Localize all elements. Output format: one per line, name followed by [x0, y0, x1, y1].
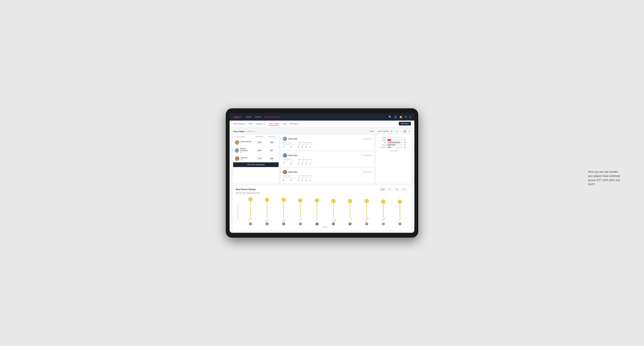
lb-col-avg: PB AVG SQ — [266, 136, 277, 138]
streaks-title: Best Round Streaks — [236, 188, 256, 191]
sub-nav-pga[interactable]: PGA — [249, 122, 253, 126]
avatar: 3 — [235, 156, 240, 161]
bar-fill — [388, 147, 391, 148]
nav-home[interactable]: Home — [246, 115, 251, 119]
tablet-frame: clippd Home Teams My Performance 🔍 👤 🔔 ⚙… — [226, 108, 418, 238]
tablet-screen: clippd Home Teams My Performance 🔍 👤 🔔 ⚙… — [230, 113, 414, 233]
player-label: D. Ford — [348, 217, 354, 223]
stat-value: 0 — [298, 146, 299, 148]
sub-nav-hcaps[interactable]: Hcaps 1-5 — [256, 122, 265, 126]
detail-view-button[interactable]: ☰ — [407, 129, 411, 133]
stat-label: Total Rounds — [283, 175, 295, 177]
bar-fill — [388, 144, 396, 146]
bar-value: 499 — [404, 142, 409, 143]
view-leaderboard-button[interactable]: View Full Leaderboard — [233, 162, 278, 167]
sub-nav-all-players[interactable]: All Players — [290, 122, 299, 126]
card-view-button[interactable]: ▣ — [403, 129, 407, 133]
player-label: R. Butler — [381, 217, 386, 223]
stat-label: Total Practice Activities — [298, 175, 313, 177]
player-card-header: R Josh Coles 26 Aug 2023 — [283, 137, 372, 141]
stat-sublabel: Tournament — [283, 161, 289, 162]
stat-sublabel: PUTT — [310, 144, 313, 145]
stat-sub: OTT 0 APP 0 ARG 0 — [298, 177, 313, 181]
list-view-button[interactable]: ≡ — [399, 129, 402, 133]
filter-putt-button[interactable]: PUTT — [401, 188, 408, 191]
stat-value: 0 — [298, 163, 299, 165]
sub-nav-team-clippd[interactable]: Team Clippd — [268, 122, 279, 126]
nav-bar: clippd Home Teams My Performance 🔍 👤 🔔 ⚙… — [230, 113, 414, 121]
player-name: Edward Crossman — [240, 148, 252, 152]
pb-avg: 107 — [266, 150, 277, 152]
team-controls: Show Last 3 months ⊞ ≡ ▣ ☰ — [370, 129, 411, 133]
sub-nav-pgat[interactable]: PGAT Players — [233, 122, 245, 126]
table-row[interactable]: 1 Richard Butler ❤ 1 19/20 110 — [233, 139, 278, 146]
stat-group: Total Rounds Tournament 7 Practice 2 — [283, 142, 295, 148]
stat-sublabel: OTT — [298, 161, 300, 162]
streak-line — [300, 202, 300, 218]
lb-player: 2 Edward Crossman ❤ 2 — [235, 148, 252, 153]
bar-row: Birdies 96 — [378, 139, 409, 141]
stat-label: Total Rounds — [283, 142, 295, 144]
stat-value: 7 — [283, 163, 284, 165]
table-row[interactable]: 2 Edward Crossman ❤ 2 18/20 107 — [233, 146, 278, 155]
stat-value: 4 — [291, 179, 292, 181]
bar-track — [388, 147, 403, 148]
stat-sublabel: Practice — [291, 177, 295, 178]
search-icon[interactable]: 🔍 — [388, 116, 392, 118]
lb-player: 1 Richard Butler ❤ 1 — [235, 140, 252, 145]
stat-value: 0 — [310, 179, 310, 181]
stat-value: 0 — [306, 179, 306, 181]
filter-app-button[interactable]: APP — [386, 188, 393, 191]
streak-bubble: 7x — [248, 197, 252, 201]
main-content: Team Clippd 14 Players ✏ Show Last 3 mon… — [230, 127, 414, 233]
nav-teams[interactable]: Teams — [255, 115, 261, 119]
y-axis-label: Best Streak, Fairway Accuracy — [237, 199, 238, 222]
rank-badge: 2 — [237, 151, 239, 153]
player-avatar-small — [315, 222, 318, 225]
player-streak: 4x — [364, 197, 369, 218]
streak-line — [267, 202, 267, 218]
streaks-subtitle: Off The Tee, Fairway Accuracy — [236, 192, 408, 194]
nav-my-performance[interactable]: My Performance — [264, 115, 280, 119]
x-label: 200 — [396, 149, 399, 150]
sub-nav-tour[interactable]: Tour — [282, 122, 286, 126]
player-avatar-small — [382, 222, 385, 225]
pb-score: 19/20 — [252, 142, 266, 144]
player-card-date: 02 Sep 2023 — [363, 155, 372, 156]
streak-line — [333, 203, 334, 218]
streak-bubble: 6x — [282, 198, 286, 202]
player-card-meta: Total Rounds Tournament 8 Practice 4 — [283, 175, 372, 181]
player-label: D. Billingham — [280, 217, 287, 223]
add-team-button[interactable]: Add Team — [399, 122, 411, 126]
y-label: 6 — [240, 200, 242, 202]
stat-value: 6 — [291, 163, 292, 165]
streak-line — [350, 203, 350, 218]
y-label: 0 — [240, 220, 242, 221]
period-select[interactable]: Last 3 months — [376, 130, 393, 133]
bar-label: Eagles — [378, 137, 386, 138]
app-logo: clippd — [233, 116, 241, 119]
grid-view-button[interactable]: ⊞ — [394, 129, 398, 133]
filter-ott-button[interactable]: OTT — [380, 188, 386, 191]
user-icon[interactable]: 👤 — [394, 116, 397, 118]
stat-value: 0 — [302, 179, 303, 181]
stat-sub: Tournament 8 Practice 4 — [283, 177, 295, 181]
table-row[interactable]: 3 Cameron... ❤ 3 17/20 103 — [233, 155, 278, 162]
filter-arg-button[interactable]: ARG — [394, 188, 400, 191]
player-card-date: 02 Sep 2023 — [363, 171, 372, 173]
player-streak: 5x — [315, 197, 319, 218]
avatar-icon[interactable]: ● — [410, 116, 411, 118]
settings-icon[interactable]: ⚙ — [405, 116, 407, 118]
bell-icon[interactable]: 🔔 — [399, 116, 402, 118]
stat-value: 2 — [291, 146, 292, 148]
bar-value: 96 — [404, 139, 409, 141]
bar-fill — [388, 142, 400, 143]
bar-row: Bogeys 311 — [378, 144, 409, 146]
player-streak: 3x — [381, 197, 385, 218]
view-icons: ⊞ ≡ ▣ ☰ — [394, 129, 411, 133]
stat-sublabel: ARG — [306, 177, 308, 178]
player-card-name: Josh Coles — [288, 138, 297, 140]
bar-label: Bogeys — [378, 144, 386, 146]
player-avatar-small — [332, 222, 335, 225]
edit-icon[interactable]: ✏ — [255, 130, 256, 133]
